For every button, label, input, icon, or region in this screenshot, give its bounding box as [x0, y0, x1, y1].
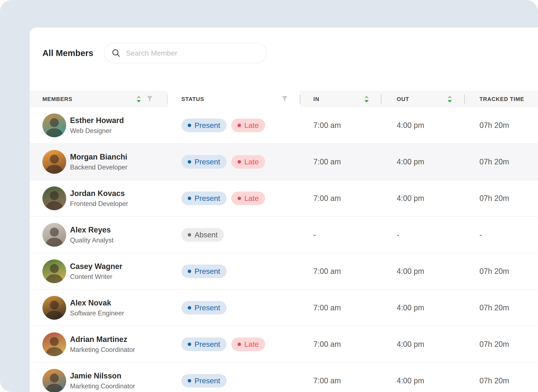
- in-time: -: [313, 230, 316, 239]
- status-cell: PresentLate: [168, 326, 300, 362]
- in-column-label: IN: [313, 96, 319, 103]
- column-header-tracked-time[interactable]: TRACKED TIME: [465, 91, 538, 107]
- status-cell: PresentLate: [168, 107, 300, 143]
- status-badge-present: Present: [181, 119, 227, 132]
- status-badge-present: Present: [181, 374, 227, 387]
- member-avatar: [42, 187, 66, 210]
- member-avatar: [42, 332, 66, 356]
- out-cell: 4:00 pm: [381, 180, 465, 216]
- member-name: Alex Reyes: [70, 225, 113, 234]
- status-dot-icon: [188, 233, 191, 237]
- member-name: Casey Wagner: [70, 262, 122, 271]
- member-role: Marketing Coordinator: [70, 383, 135, 390]
- out-time: 4:00 pm: [397, 303, 424, 312]
- in-time: 7:00 am: [313, 194, 341, 203]
- member-cell: Casey Wagner Content Writer: [30, 253, 168, 289]
- tracked-time: 07h 20m: [479, 157, 509, 166]
- table-row[interactable]: Alex Novak Software Engineer Present 7:0…: [30, 290, 538, 326]
- tracked-time-cell: 07h 20m: [465, 180, 538, 216]
- member-name: Adrian Martinez: [70, 335, 135, 344]
- member-avatar: [42, 369, 66, 392]
- status-dot-icon: [188, 343, 191, 346]
- out-cell: 4:00 pm: [381, 363, 465, 392]
- in-time: 7:00 am: [313, 303, 341, 312]
- member-name: Jordan Kovacs: [70, 189, 128, 198]
- member-avatar: [42, 150, 66, 174]
- status-badge-late: Late: [231, 191, 265, 205]
- tracked-time: 07h 20m: [479, 340, 509, 349]
- status-badges: Present: [181, 265, 227, 278]
- in-time: 7:00 am: [313, 121, 341, 130]
- status-cell: Present: [168, 290, 300, 326]
- member-cell: Morgan Bianchi Backend Developer: [30, 144, 168, 180]
- member-role: Web Designer: [70, 127, 124, 135]
- in-cell: 7:00 am: [300, 290, 381, 326]
- status-badges: PresentLate: [181, 191, 265, 205]
- table-row[interactable]: Esther Howard Web Designer PresentLate 7…: [30, 107, 538, 144]
- status-badges: Present: [181, 374, 227, 387]
- member-cell: Esther Howard Web Designer: [30, 107, 168, 143]
- member-avatar: [42, 259, 66, 283]
- column-header-members[interactable]: MEMBERS: [30, 91, 168, 107]
- member-role: Frontend Developer: [70, 200, 128, 208]
- in-time: 7:00 am: [313, 340, 341, 349]
- search-input[interactable]: [126, 49, 259, 57]
- in-cell: 7:00 am: [300, 180, 381, 216]
- table-row[interactable]: Casey Wagner Content Writer Present 7:00…: [30, 253, 538, 290]
- filter-funnel-icon[interactable]: [147, 96, 153, 102]
- table-row[interactable]: Alex Reyes Quality Analyst Absent - - -: [30, 217, 538, 253]
- table-row[interactable]: Morgan Bianchi Backend Developer Present…: [30, 144, 538, 180]
- member-avatar: [42, 223, 66, 247]
- status-badges: Present: [181, 301, 227, 315]
- column-header-in[interactable]: IN: [300, 91, 381, 107]
- in-cell: 7:00 am: [300, 144, 381, 180]
- out-time: 4:00 pm: [397, 267, 424, 276]
- status-badges: PresentLate: [181, 155, 265, 169]
- tracked-time: 07h 20m: [479, 303, 509, 312]
- status-badge-absent: Absent: [181, 228, 224, 242]
- card-header: All Members: [30, 28, 538, 91]
- tracked-time-cell: 07h 20m: [465, 326, 538, 362]
- sort-up-down-icon[interactable]: [136, 95, 141, 103]
- status-dot-icon: [188, 197, 191, 200]
- out-cell: 4:00 pm: [381, 144, 465, 180]
- status-cell: PresentLate: [168, 144, 300, 180]
- app-canvas: All Members MEMBERS: [0, 0, 538, 392]
- member-avatar: [42, 113, 66, 137]
- out-cell: 4:00 pm: [381, 253, 465, 289]
- tracked-time: 07h 20m: [479, 194, 509, 203]
- in-cell: 7:00 am: [300, 363, 381, 392]
- column-header-status[interactable]: STATUS: [168, 91, 300, 107]
- column-header-out[interactable]: OUT: [381, 91, 465, 107]
- in-cell: 7:00 am: [300, 253, 381, 289]
- member-role: Quality Analyst: [70, 237, 113, 244]
- table-row[interactable]: Adrian Martinez Marketing Coordinator Pr…: [30, 326, 538, 363]
- tracked-time-cell: 07h 20m: [465, 144, 538, 180]
- table-header: MEMBERS ST: [30, 91, 538, 107]
- out-time: 4:00 pm: [397, 340, 424, 349]
- filter-funnel-icon[interactable]: [282, 96, 288, 102]
- members-column-label: MEMBERS: [42, 96, 72, 103]
- sort-up-down-icon[interactable]: [447, 95, 452, 103]
- out-time: 4:00 pm: [397, 194, 424, 203]
- table-body: Esther Howard Web Designer PresentLate 7…: [30, 107, 538, 392]
- in-cell: -: [300, 217, 381, 253]
- search-box[interactable]: [104, 43, 267, 63]
- member-cell: Jordan Kovacs Frontend Developer: [30, 180, 168, 216]
- in-cell: 7:00 am: [300, 107, 381, 143]
- status-cell: PresentLate: [168, 180, 300, 216]
- page-title: All Members: [42, 48, 93, 58]
- table-row[interactable]: Jamie Nilsson Marketing Coordinator Pres…: [30, 363, 538, 392]
- member-cell: Alex Reyes Quality Analyst: [30, 217, 168, 253]
- table-row[interactable]: Jordan Kovacs Frontend Developer Present…: [30, 180, 538, 217]
- out-time: 4:00 pm: [397, 121, 424, 130]
- member-name: Esther Howard: [70, 116, 124, 125]
- out-cell: -: [381, 217, 465, 253]
- in-time: 7:00 am: [313, 376, 341, 385]
- out-column-label: OUT: [397, 96, 409, 103]
- tracked-time-cell: 07h 20m: [465, 107, 538, 143]
- status-dot-icon: [238, 124, 241, 127]
- in-cell: 7:00 am: [300, 326, 381, 362]
- out-time: 4:00 pm: [397, 376, 424, 385]
- sort-up-down-icon[interactable]: [364, 95, 369, 103]
